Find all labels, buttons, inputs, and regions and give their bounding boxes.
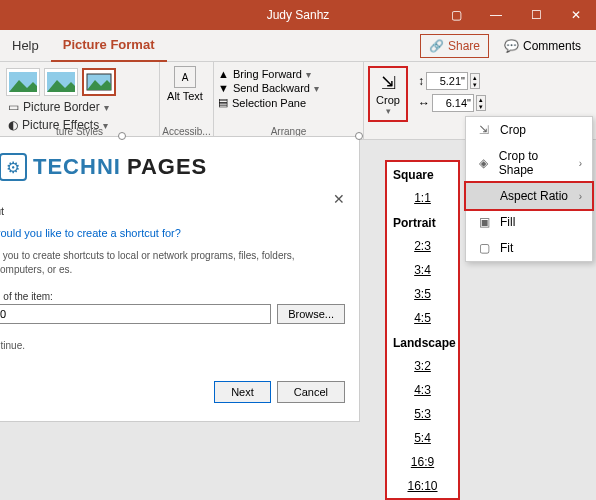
cancel-button[interactable]: Cancel: [277, 381, 345, 403]
aspect-ratio-panel: Square 1:1 Portrait 2:3 3:4 3:5 4:5 Land…: [385, 160, 460, 500]
style-thumb[interactable]: [44, 68, 78, 96]
picture-border-button[interactable]: ▭Picture Border▾: [4, 98, 155, 116]
send-backward-icon: ▼: [218, 82, 229, 94]
dialog-help-text: s you to create shortcuts to local or ne…: [0, 249, 345, 277]
next-button[interactable]: Next: [214, 381, 271, 403]
dialog-prompt: vould you like to create a shortcut for?: [0, 227, 345, 239]
comments-icon: 💬: [504, 39, 519, 53]
location-input[interactable]: [0, 304, 271, 324]
selection-handle[interactable]: [118, 132, 126, 140]
menu-crop-to-shape[interactable]: ◈Crop to Shape›: [466, 143, 592, 183]
titlebar: Judy Sanhz ▢ — ☐ ✕: [0, 0, 596, 30]
tab-picture-format[interactable]: Picture Format: [51, 30, 167, 62]
alt-text-icon: A: [174, 66, 196, 88]
bring-forward-button[interactable]: ▲Bring Forward▾: [218, 68, 359, 80]
send-backward-button[interactable]: ▼Send Backward▾: [218, 82, 359, 94]
aspect-16-10[interactable]: 16:10: [387, 474, 458, 498]
selection-pane-button[interactable]: ▤Selection Pane: [218, 96, 359, 109]
window-minimize-icon[interactable]: —: [476, 0, 516, 30]
create-shortcut-dialog: ✕ ut vould you like to create a shortcut…: [0, 191, 349, 411]
continue-text: ntinue.: [0, 340, 345, 351]
gear-icon: ⚙: [0, 153, 27, 181]
crop-dropdown-menu: ⇲Crop ◈Crop to Shape› Aspect Ratio› ▣Fil…: [465, 116, 593, 262]
menu-crop[interactable]: ⇲Crop: [466, 117, 592, 143]
picture-styles-gallery[interactable]: [4, 66, 155, 98]
comments-button[interactable]: 💬 Comments: [495, 34, 590, 58]
aspect-landscape-header: Landscape: [387, 330, 458, 354]
menubar: Help Picture Format 🔗 Share 💬 Comments: [0, 30, 596, 62]
selection-pane-icon: ▤: [218, 96, 228, 109]
share-label: Share: [448, 39, 480, 53]
window-maximize-icon[interactable]: ☐: [516, 0, 556, 30]
alt-text-button[interactable]: A Alt Text: [164, 66, 206, 102]
height-icon: ↕: [418, 74, 424, 88]
tab-help[interactable]: Help: [0, 30, 51, 62]
window-close-icon[interactable]: ✕: [556, 0, 596, 30]
width-icon: ↔: [418, 96, 430, 110]
crop-icon: ⇲: [381, 72, 396, 94]
aspect-portrait-header: Portrait: [387, 210, 458, 234]
aspect-3-5[interactable]: 3:5: [387, 282, 458, 306]
selection-handle[interactable]: [355, 132, 363, 140]
style-thumb[interactable]: [6, 68, 40, 96]
border-icon: ▭: [8, 100, 19, 114]
crop-icon: ⇲: [476, 123, 492, 137]
height-field[interactable]: ↕▴▾: [418, 72, 486, 90]
location-label: n of the item:: [0, 291, 345, 302]
slide-canvas[interactable]: ⚙ TECHNIPAGES ✕ ut vould you like to cre…: [0, 136, 360, 422]
height-input[interactable]: [426, 72, 468, 90]
aspect-4-5[interactable]: 4:5: [387, 306, 458, 330]
fill-icon: ▣: [476, 215, 492, 229]
dialog-title: ut: [0, 205, 345, 217]
fit-icon: ▢: [476, 241, 492, 255]
aspect-square-header: Square: [387, 162, 458, 186]
menu-aspect-ratio[interactable]: Aspect Ratio›: [464, 181, 594, 211]
window-ribbon-icon[interactable]: ▢: [436, 0, 476, 30]
aspect-5-4[interactable]: 5:4: [387, 426, 458, 450]
crop-button[interactable]: ⇲ Crop ▾: [368, 66, 408, 122]
bring-forward-icon: ▲: [218, 68, 229, 80]
style-thumb[interactable]: [82, 68, 116, 96]
dialog-close-icon[interactable]: ✕: [333, 191, 345, 207]
browse-button[interactable]: Browse...: [277, 304, 345, 324]
aspect-3-4[interactable]: 3:4: [387, 258, 458, 282]
menu-fill[interactable]: ▣Fill: [466, 209, 592, 235]
aspect-4-3[interactable]: 4:3: [387, 378, 458, 402]
share-icon: 🔗: [429, 39, 444, 53]
width-input[interactable]: [432, 94, 474, 112]
aspect-2-3[interactable]: 2:3: [387, 234, 458, 258]
aspect-3-2[interactable]: 3:2: [387, 354, 458, 378]
comments-label: Comments: [523, 39, 581, 53]
menu-fit[interactable]: ▢Fit: [466, 235, 592, 261]
share-button[interactable]: 🔗 Share: [420, 34, 489, 58]
aspect-1-1[interactable]: 1:1: [387, 186, 458, 210]
aspect-5-3[interactable]: 5:3: [387, 402, 458, 426]
aspect-16-9[interactable]: 16:9: [387, 450, 458, 474]
technipages-logo: ⚙ TECHNIPAGES: [0, 153, 349, 181]
shape-icon: ◈: [476, 156, 491, 170]
width-field[interactable]: ↔▴▾: [418, 94, 486, 112]
document-title: Judy Sanhz: [267, 8, 330, 22]
